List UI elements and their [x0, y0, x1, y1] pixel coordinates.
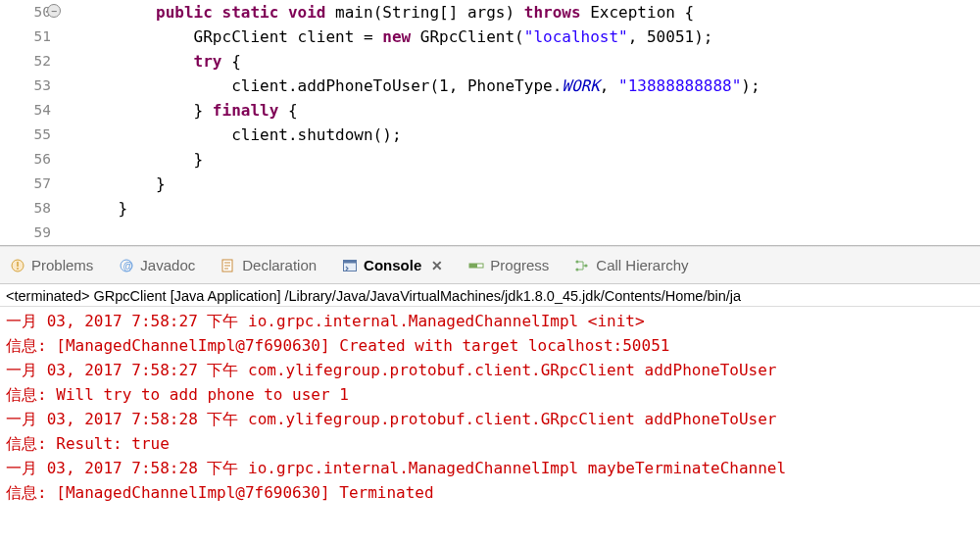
- console-line: 信息: [ManagedChannelImpl@7f690630] Create…: [6, 333, 974, 358]
- svg-point-10: [576, 268, 579, 271]
- tab-label: Declaration: [242, 257, 317, 273]
- code-editor[interactable]: 50− public static void main(String[] arg…: [0, 0, 980, 245]
- line-number: 51: [0, 25, 59, 49]
- code-line[interactable]: 53 client.addPhoneToUser(1, PhoneType.WO…: [0, 74, 980, 98]
- code-content[interactable]: }: [59, 172, 980, 196]
- code-content[interactable]: try {: [59, 49, 980, 74]
- line-number: 53: [0, 74, 59, 98]
- code-line[interactable]: 57 }: [0, 172, 980, 196]
- code-line[interactable]: 56 }: [0, 147, 980, 172]
- console-line: 一月 03, 2017 7:58:27 下午 com.ylifegroup.pr…: [6, 358, 974, 382]
- code-line[interactable]: 50− public static void main(String[] arg…: [0, 0, 980, 25]
- line-number: 59: [0, 221, 59, 245]
- line-number: 56: [0, 147, 59, 172]
- console-line: 一月 03, 2017 7:58:28 下午 io.grpc.internal.…: [6, 456, 974, 480]
- code-content[interactable]: [59, 221, 980, 245]
- tab-javadoc[interactable]: @Javadoc: [117, 253, 197, 277]
- code-line[interactable]: 59: [0, 221, 980, 245]
- code-content[interactable]: }: [59, 147, 980, 172]
- code-content[interactable]: client.addPhoneToUser(1, PhoneType.WORK,…: [59, 74, 980, 98]
- tab-declaration[interactable]: Declaration: [219, 253, 318, 277]
- code-content[interactable]: }: [59, 196, 980, 221]
- line-number: 50−: [0, 0, 59, 25]
- code-line[interactable]: 54 } finally {: [0, 98, 980, 123]
- svg-text:@: @: [123, 261, 133, 272]
- console-line: 信息: Will try to add phone to user 1: [6, 382, 974, 407]
- console-process-header: <terminated> GRpcClient [Java Applicatio…: [0, 284, 980, 307]
- tab-label: Javadoc: [140, 257, 195, 273]
- svg-point-9: [576, 260, 579, 263]
- callhierarchy-icon: [574, 258, 590, 273]
- line-number: 58: [0, 196, 59, 221]
- code-content[interactable]: } finally {: [59, 98, 980, 123]
- tab-label: Progress: [490, 257, 549, 273]
- line-number: 54: [0, 98, 59, 123]
- tab-label: Call Hierarchy: [596, 257, 688, 273]
- line-number: 57: [0, 172, 59, 196]
- code-line[interactable]: 51 GRpcClient client = new GRpcClient("l…: [0, 25, 980, 49]
- code-line[interactable]: 52 try {: [0, 49, 980, 74]
- problems-icon: [10, 258, 25, 273]
- line-number: 55: [0, 123, 59, 147]
- code-content[interactable]: GRpcClient client = new GRpcClient("loca…: [59, 25, 980, 49]
- line-number: 52: [0, 49, 59, 74]
- svg-rect-6: [344, 260, 357, 263]
- svg-rect-8: [469, 264, 477, 268]
- console-line: 一月 03, 2017 7:58:28 下午 com.ylifegroup.pr…: [6, 407, 974, 431]
- javadoc-icon: @: [119, 258, 134, 273]
- tab-progress[interactable]: Progress: [466, 253, 551, 277]
- tab-label: Problems: [31, 257, 93, 273]
- collapse-marker-icon[interactable]: −: [47, 4, 61, 18]
- declaration-icon: [220, 258, 236, 273]
- code-line[interactable]: 55 client.shutdown();: [0, 123, 980, 147]
- svg-point-1: [17, 268, 19, 270]
- console-output[interactable]: 一月 03, 2017 7:58:27 下午 io.grpc.internal.…: [0, 307, 980, 507]
- code-content[interactable]: client.shutdown();: [59, 123, 980, 147]
- console-line: 一月 03, 2017 7:58:27 下午 io.grpc.internal.…: [6, 309, 974, 333]
- console-icon: [342, 258, 358, 273]
- tab-console[interactable]: Console✕: [340, 253, 445, 277]
- progress-icon: [468, 258, 484, 273]
- console-line: 信息: Result: true: [6, 431, 974, 456]
- views-tab-bar: Problems@JavadocDeclarationConsole✕Progr…: [0, 247, 980, 284]
- tab-problems[interactable]: Problems: [8, 253, 95, 277]
- code-line[interactable]: 58 }: [0, 196, 980, 221]
- code-content[interactable]: public static void main(String[] args) t…: [59, 0, 980, 25]
- console-line: 信息: [ManagedChannelImpl@7f690630] Termin…: [6, 480, 974, 505]
- tab-label: Console: [364, 257, 421, 273]
- tab-call-hierarchy[interactable]: Call Hierarchy: [572, 253, 690, 277]
- close-icon[interactable]: ✕: [431, 258, 443, 273]
